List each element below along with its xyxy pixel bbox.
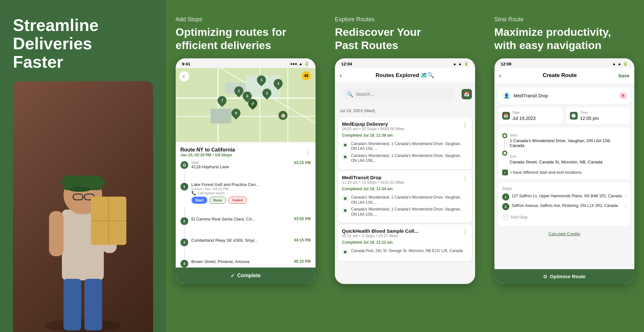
time-info: Time 12:05 pm xyxy=(580,111,599,121)
stop-4-info: Brown Street, Phoenix, Arizona xyxy=(191,259,291,264)
card3-more-options[interactable]: ⋮ xyxy=(462,228,468,235)
card2-loc2-text: Canada's Wonderland, 1 Canada's Wonderla… xyxy=(351,207,468,217)
card3-completed: Completed Jul 19, 11:22 am xyxy=(342,240,418,245)
svg-point-16 xyxy=(344,144,346,146)
card1-more-options[interactable]: ⋮ xyxy=(462,121,468,128)
complete-button[interactable]: ✓ Complete xyxy=(176,268,316,284)
loc-dot-2 xyxy=(342,154,348,160)
map-back-button[interactable]: ‹ xyxy=(179,71,189,82)
save-button[interactable]: Save xyxy=(618,73,629,78)
checkbox-label: I have different start and end locations… xyxy=(511,170,583,175)
card2-loc1-text: Canada's Wonderland, 1 Canada's Wonderla… xyxy=(351,195,468,205)
battery-icon-3: 🔋 xyxy=(464,62,469,66)
calculate-credits-button[interactable]: Calculate Credits xyxy=(498,229,631,239)
add-stop-button[interactable]: + Add Stop xyxy=(502,213,627,222)
more-options-button[interactable]: ⋮ xyxy=(305,149,311,156)
signal-icon: ●●● xyxy=(290,62,297,66)
add-stop-label: Add Stop xyxy=(511,215,528,220)
optimise-route-button[interactable]: ⊙ Optimise Route xyxy=(494,269,635,284)
route-card-1[interactable]: MedEquip Delievery 06:05 am • 20 Stops •… xyxy=(338,117,472,169)
clock-icon: 🕐 xyxy=(570,112,578,120)
complete-label: Complete xyxy=(237,273,261,278)
map-pin-8: 8 xyxy=(229,107,242,120)
start-info: Start 4118 Hayhurst Lane xyxy=(191,161,291,169)
route-name-left: 👤 MediTransit Drop xyxy=(502,91,548,100)
loc-dot-5 xyxy=(342,249,348,255)
card3-name: QuickHealth Blood Sample Coll... xyxy=(342,228,418,234)
phone-mockup-2: 9:41 ●●● ▲ 🔋 1 xyxy=(176,58,316,284)
search-input[interactable] xyxy=(356,92,450,97)
route-info-section: Route NY to California Jan 23, 03:16 PM … xyxy=(176,142,316,284)
map-badge: 48 xyxy=(302,71,311,80)
optimise-label: Optimise Route xyxy=(550,274,586,279)
wifi-icon-3: ▲ xyxy=(458,62,462,66)
card2-name: MediTransit Drop xyxy=(342,175,405,180)
search-bar[interactable]: 🔍 xyxy=(343,89,454,100)
stop-3-icon: 3 xyxy=(181,239,188,246)
card2-header: MediTransit Drop 11:29 am • 15 Stops • 4… xyxy=(342,175,468,194)
stop-4-time: 05:15 PM xyxy=(294,259,311,264)
card1-name: MedEquip Delievery xyxy=(342,121,405,127)
done-button[interactable]: Done xyxy=(209,197,227,204)
map-home-pin: 🏠 xyxy=(278,111,288,120)
wifi-icon-4: ▲ xyxy=(618,62,621,66)
route-stops: 1/4 Stops xyxy=(215,153,232,157)
stop-2-time: 03:55 PM xyxy=(294,217,311,221)
loc-texts: Start 1 Canada's Wonderland Drive, Vaugh… xyxy=(510,133,627,164)
stop-entry-1-text: 127 Saffron Ln, Upper Hammonds Plains, N… xyxy=(512,193,623,199)
close-button[interactable]: ✕ xyxy=(620,92,627,99)
back-button-4[interactable]: ‹ xyxy=(499,72,502,79)
failed-button[interactable]: Failed xyxy=(228,197,247,204)
start-field-label: Start xyxy=(510,133,627,137)
stop-2-name: El Camino Real Santa Clara, CA... xyxy=(191,217,291,221)
stop-1-actions[interactable]: Start Done Failed xyxy=(191,197,311,204)
card3-loc1: Canada Post, 281 St. George St, Moncton,… xyxy=(342,249,468,255)
end-dot xyxy=(502,151,507,156)
card3-info: QuickHealth Blood Sample Coll... 05:51 a… xyxy=(342,228,418,247)
stop-list: ⊙ Start 4118 Hayhurst Lane 03:15 PM 1 La… xyxy=(176,159,316,268)
date-field[interactable]: 📅 Date Jul 19,2023 xyxy=(498,107,563,124)
route-name-value: MediTransit Drop xyxy=(514,93,548,98)
card1-completed: Completed Jul 19, 11:38 am xyxy=(342,133,405,138)
stop-1-icon: 1 xyxy=(181,183,188,190)
panel4-label: Strat Route xyxy=(494,16,635,23)
end-field-value: Canada Street, Canada St, Moncton, NB, C… xyxy=(510,160,627,164)
stop-2: 2 El Camino Real Santa Clara, CA... 03:5… xyxy=(181,217,311,225)
routes-title: Routes Explored 🗺️🔍 xyxy=(376,72,434,79)
time-field[interactable]: 🕐 Time 12:05 pm xyxy=(566,107,630,124)
checkbox-row[interactable]: ✓ I have different start and end locatio… xyxy=(502,170,627,175)
card1-loc1: Canada's Wonderland, 1 Canada's Wonderla… xyxy=(342,142,468,151)
back-button-3[interactable]: ‹ xyxy=(340,72,342,79)
stop-badge-2: 2 xyxy=(502,203,509,210)
card1-loc1-text: Canada's Wonderland, 1 Canada's Wonderla… xyxy=(351,142,468,151)
route-header: Route NY to California Jan 23, 03:16 PM … xyxy=(176,142,316,159)
person-icon: 👤 xyxy=(502,91,511,100)
calendar-icon[interactable]: 📅 xyxy=(462,89,472,99)
status-bar-2: 9:41 ●●● ▲ 🔋 xyxy=(176,58,316,68)
route-card-2[interactable]: MediTransit Drop 11:29 am • 15 Stops • 4… xyxy=(338,171,472,223)
card2-more-options[interactable]: ⋮ xyxy=(462,175,468,182)
panel-explore-routes: Explore Routes Rediscover Your Past Rout… xyxy=(325,0,485,332)
card1-header: MedEquip Delievery 06:05 am • 20 Stops •… xyxy=(342,121,468,140)
create-route-title: Create Route xyxy=(543,72,577,79)
start-button[interactable]: Start xyxy=(191,197,207,204)
time-4: 12:08 xyxy=(501,62,512,66)
routes-list: Jul 19, 2023 (Wed) MedEquip Delievery 06… xyxy=(335,106,475,284)
start-icon: ⊙ xyxy=(181,161,188,169)
route-card-3[interactable]: QuickHealth Blood Sample Coll... 05:51 a… xyxy=(338,224,472,261)
status-bar-4: 12:08 ▲ ▲ 🔋 xyxy=(494,58,635,68)
card1-loc2: Canada's Wonderland, 1 Canada's Wonderla… xyxy=(342,153,468,163)
card3-meta: 05:51 am • 3 Stops • 29.07 Miles xyxy=(342,234,418,238)
stop-1-sub: 📞 Call before reach xyxy=(191,191,311,195)
panel-hero: Streamline Deliveries Faster xyxy=(0,0,166,332)
search-icon: 🔍 xyxy=(347,91,353,97)
svg-point-20 xyxy=(344,251,346,253)
start-field: Start 1 Canada's Wonderland Drive, Vaugh… xyxy=(502,131,627,166)
route-meta: Jan 23, 03:16 PM • 1/4 Stops xyxy=(181,153,235,157)
add-plus-icon: + xyxy=(502,214,509,220)
stop-entry-2: 2 Saffron Avenue, Saffron Ave, Pickering… xyxy=(502,203,627,210)
location-fields: Start 1 Canada's Wonderland Drive, Vaugh… xyxy=(498,127,631,179)
card1-meta: 06:05 am • 20 Stops • 8443.58 Miles xyxy=(342,127,405,131)
panel3-label: Explore Routes xyxy=(335,16,475,23)
stop-badge-1: 1 xyxy=(502,193,509,200)
